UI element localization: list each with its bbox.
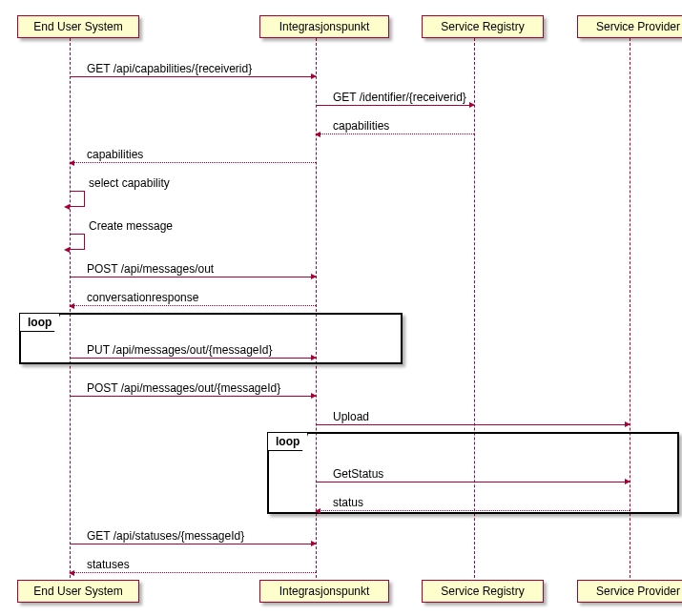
arrow-11 — [316, 482, 630, 483]
message-label-10: Upload — [333, 410, 369, 423]
arrow-0 — [70, 76, 316, 77]
arrow-9 — [70, 396, 316, 397]
participant-sr: Service Registry — [422, 15, 544, 38]
message-label-8: PUT /api/messages/out/{messageId} — [87, 343, 273, 357]
participant-sr: Service Registry — [422, 580, 544, 603]
message-label-2: capabilities — [333, 119, 389, 133]
message-label-1: GET /identifier/{receiverid} — [333, 91, 466, 104]
arrow-6 — [70, 277, 316, 277]
loop-label: loop — [20, 314, 60, 332]
message-label-4: select capability — [89, 176, 170, 190]
message-label-14: statuses — [87, 558, 130, 571]
sequence-diagram: End User SystemIntegrasjonspunktService … — [10, 10, 682, 606]
arrow-1 — [316, 105, 474, 106]
message-label-11: GetStatus — [333, 467, 383, 481]
participant-sp: Service Provider — [577, 15, 682, 38]
message-label-12: status — [333, 496, 363, 509]
message-label-5: Create message — [89, 219, 173, 233]
message-label-7: conversationresponse — [87, 291, 198, 304]
arrow-3 — [70, 162, 316, 164]
message-label-3: capabilities — [87, 148, 143, 161]
message-label-9: POST /api/messages/out/{messageId} — [87, 381, 280, 395]
message-label-6: POST /api/messages/out — [87, 262, 214, 276]
message-label-13: GET /api/statuses/{messageId} — [87, 529, 244, 543]
arrow-2 — [316, 133, 474, 135]
participant-sp: Service Provider — [577, 580, 682, 603]
arrow-14 — [70, 572, 316, 574]
loop-fragment-1: loop — [267, 432, 679, 514]
arrow-10 — [316, 424, 630, 425]
self-arrow-4 — [70, 191, 85, 207]
arrow-7 — [70, 305, 316, 307]
loop-label: loop — [268, 433, 308, 451]
participant-ip: Integrasjonspunkt — [259, 580, 389, 603]
message-label-0: GET /api/capabilities/{receiverid} — [87, 62, 252, 75]
self-arrow-5 — [70, 234, 85, 250]
arrow-8 — [70, 358, 316, 359]
participant-eus: End User System — [17, 15, 139, 38]
arrow-13 — [70, 544, 316, 544]
arrow-12 — [316, 510, 630, 512]
participant-ip: Integrasjonspunkt — [259, 15, 389, 38]
participant-eus: End User System — [17, 580, 139, 603]
